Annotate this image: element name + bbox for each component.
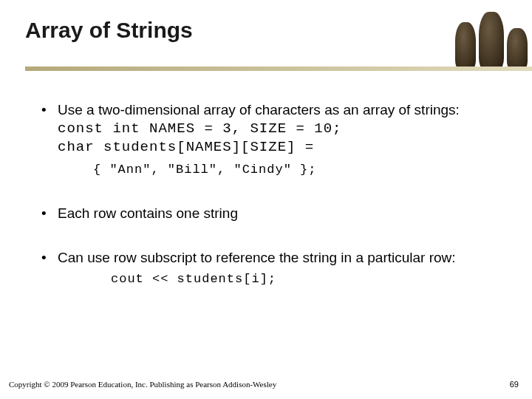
page-number: 69	[510, 380, 519, 389]
code-line: char students[NAMES][SIZE] =	[58, 138, 502, 157]
bullet-text: Each row contains one string	[58, 205, 238, 221]
code-sub: cout << students[i];	[58, 271, 502, 288]
code-sub: { "Ann", "Bill", "Cindy" };	[58, 162, 502, 179]
slide-content: Use a two-dimensional array of character…	[0, 74, 532, 288]
slide-header: Array of Strings	[0, 0, 532, 74]
code-line: const int NAMES = 3, SIZE = 10;	[58, 120, 502, 139]
bullet-text: Can use row subscript to reference the s…	[58, 250, 456, 265]
bullet-item: Can use row subscript to reference the s…	[40, 248, 502, 289]
bullet-text: Use a two-dimensional array of character…	[58, 102, 460, 117]
chess-piece-icon	[455, 22, 476, 69]
chess-decoration	[451, 0, 532, 71]
title-underline	[25, 66, 532, 71]
copyright-text: Copyright © 2009 Pearson Education, Inc.…	[9, 380, 276, 389]
bullet-item: Use a two-dimensional array of character…	[40, 100, 502, 179]
chess-piece-icon	[507, 28, 528, 69]
chess-piece-icon	[479, 12, 504, 69]
bullet-item: Each row contains one string	[40, 204, 502, 223]
